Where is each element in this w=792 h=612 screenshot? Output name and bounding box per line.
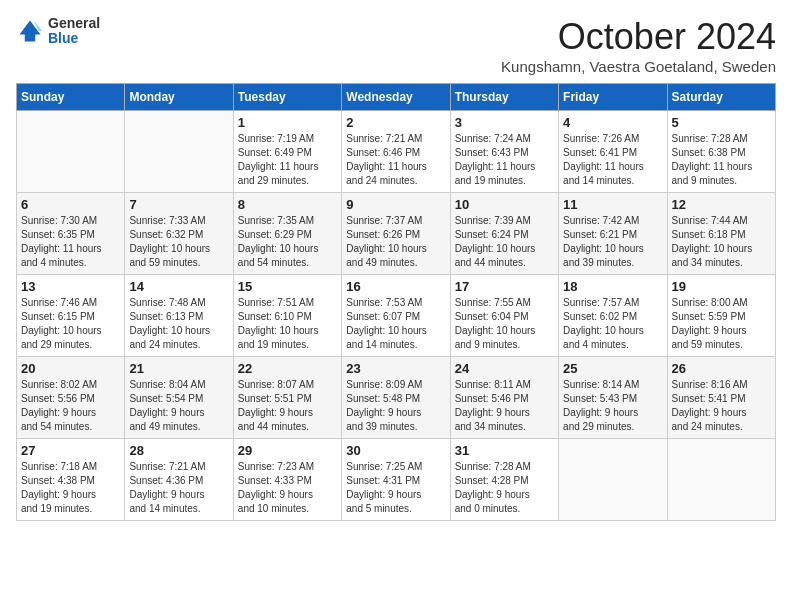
- day-number: 13: [21, 279, 120, 294]
- calendar-cell: 26Sunrise: 8:16 AM Sunset: 5:41 PM Dayli…: [667, 357, 775, 439]
- calendar-cell: 3Sunrise: 7:24 AM Sunset: 6:43 PM Daylig…: [450, 111, 558, 193]
- day-info: Sunrise: 7:19 AM Sunset: 6:49 PM Dayligh…: [238, 132, 337, 188]
- day-info: Sunrise: 7:53 AM Sunset: 6:07 PM Dayligh…: [346, 296, 445, 352]
- calendar-cell: 1Sunrise: 7:19 AM Sunset: 6:49 PM Daylig…: [233, 111, 341, 193]
- calendar-cell: 17Sunrise: 7:55 AM Sunset: 6:04 PM Dayli…: [450, 275, 558, 357]
- day-number: 7: [129, 197, 228, 212]
- calendar-cell: 18Sunrise: 7:57 AM Sunset: 6:02 PM Dayli…: [559, 275, 667, 357]
- day-info: Sunrise: 7:23 AM Sunset: 4:33 PM Dayligh…: [238, 460, 337, 516]
- day-info: Sunrise: 7:28 AM Sunset: 6:38 PM Dayligh…: [672, 132, 771, 188]
- calendar-cell: 29Sunrise: 7:23 AM Sunset: 4:33 PM Dayli…: [233, 439, 341, 521]
- day-number: 25: [563, 361, 662, 376]
- calendar-cell: 13Sunrise: 7:46 AM Sunset: 6:15 PM Dayli…: [17, 275, 125, 357]
- calendar-cell: 7Sunrise: 7:33 AM Sunset: 6:32 PM Daylig…: [125, 193, 233, 275]
- day-info: Sunrise: 7:37 AM Sunset: 6:26 PM Dayligh…: [346, 214, 445, 270]
- day-info: Sunrise: 7:55 AM Sunset: 6:04 PM Dayligh…: [455, 296, 554, 352]
- calendar-week-row: 27Sunrise: 7:18 AM Sunset: 4:38 PM Dayli…: [17, 439, 776, 521]
- day-number: 27: [21, 443, 120, 458]
- calendar-cell: 2Sunrise: 7:21 AM Sunset: 6:46 PM Daylig…: [342, 111, 450, 193]
- day-number: 1: [238, 115, 337, 130]
- day-info: Sunrise: 8:07 AM Sunset: 5:51 PM Dayligh…: [238, 378, 337, 434]
- day-info: Sunrise: 7:21 AM Sunset: 6:46 PM Dayligh…: [346, 132, 445, 188]
- calendar-cell: 5Sunrise: 7:28 AM Sunset: 6:38 PM Daylig…: [667, 111, 775, 193]
- day-info: Sunrise: 7:44 AM Sunset: 6:18 PM Dayligh…: [672, 214, 771, 270]
- calendar-cell: 6Sunrise: 7:30 AM Sunset: 6:35 PM Daylig…: [17, 193, 125, 275]
- weekday-header: Wednesday: [342, 84, 450, 111]
- calendar-cell: [125, 111, 233, 193]
- calendar-cell: 19Sunrise: 8:00 AM Sunset: 5:59 PM Dayli…: [667, 275, 775, 357]
- calendar-cell: 10Sunrise: 7:39 AM Sunset: 6:24 PM Dayli…: [450, 193, 558, 275]
- calendar-week-row: 13Sunrise: 7:46 AM Sunset: 6:15 PM Dayli…: [17, 275, 776, 357]
- calendar-cell: 31Sunrise: 7:28 AM Sunset: 4:28 PM Dayli…: [450, 439, 558, 521]
- day-number: 21: [129, 361, 228, 376]
- day-info: Sunrise: 8:16 AM Sunset: 5:41 PM Dayligh…: [672, 378, 771, 434]
- logo-icon: [16, 17, 44, 45]
- svg-marker-0: [20, 21, 41, 42]
- day-number: 6: [21, 197, 120, 212]
- weekday-header: Monday: [125, 84, 233, 111]
- day-number: 9: [346, 197, 445, 212]
- calendar-cell: 11Sunrise: 7:42 AM Sunset: 6:21 PM Dayli…: [559, 193, 667, 275]
- day-number: 11: [563, 197, 662, 212]
- calendar-cell: 23Sunrise: 8:09 AM Sunset: 5:48 PM Dayli…: [342, 357, 450, 439]
- day-info: Sunrise: 7:30 AM Sunset: 6:35 PM Dayligh…: [21, 214, 120, 270]
- day-number: 12: [672, 197, 771, 212]
- logo-general: General: [48, 16, 100, 31]
- header: General Blue October 2024 Kungshamn, Vae…: [16, 16, 776, 75]
- calendar-cell: 22Sunrise: 8:07 AM Sunset: 5:51 PM Dayli…: [233, 357, 341, 439]
- day-info: Sunrise: 7:48 AM Sunset: 6:13 PM Dayligh…: [129, 296, 228, 352]
- day-info: Sunrise: 7:24 AM Sunset: 6:43 PM Dayligh…: [455, 132, 554, 188]
- calendar-cell: [667, 439, 775, 521]
- calendar-week-row: 6Sunrise: 7:30 AM Sunset: 6:35 PM Daylig…: [17, 193, 776, 275]
- day-number: 19: [672, 279, 771, 294]
- day-number: 15: [238, 279, 337, 294]
- day-number: 8: [238, 197, 337, 212]
- day-info: Sunrise: 7:51 AM Sunset: 6:10 PM Dayligh…: [238, 296, 337, 352]
- day-info: Sunrise: 7:33 AM Sunset: 6:32 PM Dayligh…: [129, 214, 228, 270]
- day-number: 30: [346, 443, 445, 458]
- calendar-cell: 4Sunrise: 7:26 AM Sunset: 6:41 PM Daylig…: [559, 111, 667, 193]
- day-info: Sunrise: 8:14 AM Sunset: 5:43 PM Dayligh…: [563, 378, 662, 434]
- logo-blue: Blue: [48, 31, 100, 46]
- calendar-cell: 16Sunrise: 7:53 AM Sunset: 6:07 PM Dayli…: [342, 275, 450, 357]
- calendar-cell: 8Sunrise: 7:35 AM Sunset: 6:29 PM Daylig…: [233, 193, 341, 275]
- day-number: 10: [455, 197, 554, 212]
- calendar-cell: 25Sunrise: 8:14 AM Sunset: 5:43 PM Dayli…: [559, 357, 667, 439]
- day-number: 23: [346, 361, 445, 376]
- day-number: 5: [672, 115, 771, 130]
- day-number: 28: [129, 443, 228, 458]
- calendar-cell: [17, 111, 125, 193]
- day-number: 22: [238, 361, 337, 376]
- weekday-header: Friday: [559, 84, 667, 111]
- day-number: 20: [21, 361, 120, 376]
- calendar-cell: 15Sunrise: 7:51 AM Sunset: 6:10 PM Dayli…: [233, 275, 341, 357]
- day-number: 31: [455, 443, 554, 458]
- calendar-cell: [559, 439, 667, 521]
- calendar-week-row: 20Sunrise: 8:02 AM Sunset: 5:56 PM Dayli…: [17, 357, 776, 439]
- day-info: Sunrise: 8:04 AM Sunset: 5:54 PM Dayligh…: [129, 378, 228, 434]
- weekday-header-row: SundayMondayTuesdayWednesdayThursdayFrid…: [17, 84, 776, 111]
- location-title: Kungshamn, Vaestra Goetaland, Sweden: [501, 58, 776, 75]
- calendar-cell: 21Sunrise: 8:04 AM Sunset: 5:54 PM Dayli…: [125, 357, 233, 439]
- calendar-cell: 27Sunrise: 7:18 AM Sunset: 4:38 PM Dayli…: [17, 439, 125, 521]
- calendar-cell: 20Sunrise: 8:02 AM Sunset: 5:56 PM Dayli…: [17, 357, 125, 439]
- calendar-table: SundayMondayTuesdayWednesdayThursdayFrid…: [16, 83, 776, 521]
- calendar-week-row: 1Sunrise: 7:19 AM Sunset: 6:49 PM Daylig…: [17, 111, 776, 193]
- day-info: Sunrise: 7:21 AM Sunset: 4:36 PM Dayligh…: [129, 460, 228, 516]
- calendar-cell: 9Sunrise: 7:37 AM Sunset: 6:26 PM Daylig…: [342, 193, 450, 275]
- day-info: Sunrise: 7:46 AM Sunset: 6:15 PM Dayligh…: [21, 296, 120, 352]
- weekday-header: Thursday: [450, 84, 558, 111]
- day-number: 17: [455, 279, 554, 294]
- day-info: Sunrise: 7:42 AM Sunset: 6:21 PM Dayligh…: [563, 214, 662, 270]
- day-info: Sunrise: 8:02 AM Sunset: 5:56 PM Dayligh…: [21, 378, 120, 434]
- title-area: October 2024 Kungshamn, Vaestra Goetalan…: [501, 16, 776, 75]
- day-info: Sunrise: 7:18 AM Sunset: 4:38 PM Dayligh…: [21, 460, 120, 516]
- day-info: Sunrise: 7:28 AM Sunset: 4:28 PM Dayligh…: [455, 460, 554, 516]
- weekday-header: Tuesday: [233, 84, 341, 111]
- weekday-header: Sunday: [17, 84, 125, 111]
- calendar-cell: 14Sunrise: 7:48 AM Sunset: 6:13 PM Dayli…: [125, 275, 233, 357]
- day-number: 2: [346, 115, 445, 130]
- calendar-cell: 28Sunrise: 7:21 AM Sunset: 4:36 PM Dayli…: [125, 439, 233, 521]
- day-info: Sunrise: 7:57 AM Sunset: 6:02 PM Dayligh…: [563, 296, 662, 352]
- day-number: 29: [238, 443, 337, 458]
